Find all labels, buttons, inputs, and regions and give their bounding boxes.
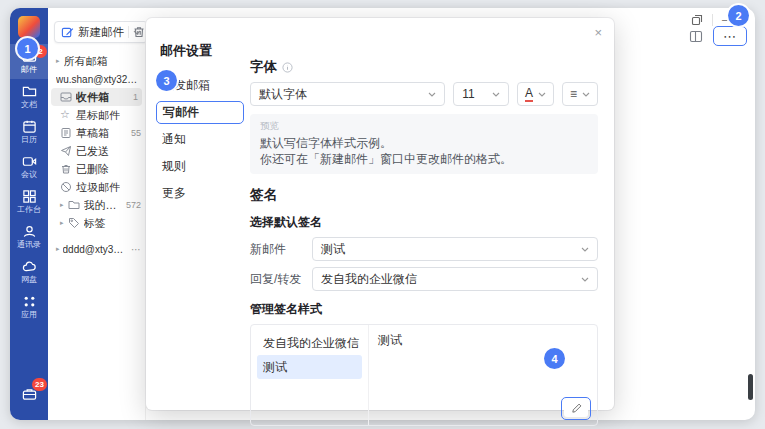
grid-icon	[22, 189, 37, 204]
account-primary[interactable]: wu.shan@xty321....	[48, 70, 145, 88]
signature-item[interactable]: 发自我的企业微信	[257, 331, 362, 355]
chevron-down-icon	[428, 92, 436, 97]
folder-spam[interactable]: 垃圾邮件	[48, 178, 145, 196]
rail-item-label: 通讯录	[17, 241, 41, 249]
folder-sent[interactable]: 已发送	[48, 142, 145, 160]
compose-icon	[61, 26, 74, 39]
list-format-button[interactable]: ≡	[562, 82, 598, 106]
settings-nav-more[interactable]: 更多	[156, 180, 244, 207]
settings-nav-rules[interactable]: 规则	[156, 153, 244, 180]
folder-tags[interactable]: ▸ 标签	[48, 214, 145, 232]
signature-manager: 发自我的企业微信 测试 测试	[250, 324, 598, 426]
chevron-down-icon	[492, 92, 500, 97]
settings-nav-notifications[interactable]: 通知	[156, 126, 244, 153]
font-preview-box: 预览 默认写信字体样式示例。 你还可在「新建邮件」窗口中更改邮件的格式。	[250, 114, 598, 174]
folder-label: 已删除	[76, 162, 109, 177]
modal-close-button[interactable]: ×	[594, 26, 602, 39]
font-family-select[interactable]: 默认字体	[250, 82, 445, 106]
person-icon	[22, 224, 37, 239]
folder-my-folders[interactable]: ▸ 我的文件夹 572	[48, 196, 145, 214]
font-controls: 默认字体 11 A ≡	[250, 82, 598, 106]
folder-inbox[interactable]: 收件箱 1	[51, 88, 142, 106]
rail-item-meeting[interactable]: 会议	[10, 149, 48, 184]
divider	[712, 14, 713, 26]
choose-default-signature-heading: 选择默认签名	[250, 214, 598, 231]
signature-list: 发自我的企业微信 测试	[251, 325, 369, 425]
font-color-button[interactable]: A	[517, 82, 554, 106]
layout-toolbar-button[interactable]	[689, 30, 703, 43]
new-mail-signature-value: 测试	[321, 241, 345, 258]
caret-icon: ▸	[56, 57, 60, 65]
folder-pane: ▸ 所有邮箱 wu.shan@xty321.... 收件箱 1 ☆ 星标邮件	[48, 52, 146, 420]
settings-nav-compose[interactable]: 写邮件	[156, 101, 244, 124]
folder-label: 垃圾邮件	[76, 180, 120, 195]
caret-icon: ▸	[56, 245, 60, 253]
left-rail: 2 邮件 文档 日历	[10, 8, 48, 420]
cloud-icon	[22, 259, 37, 274]
scrollbar-thumb[interactable]	[748, 374, 753, 400]
folder-label: 收件箱	[76, 90, 109, 105]
rail-item-workbench[interactable]: 工作台	[10, 184, 48, 219]
more-button-highlight: ⋯	[713, 26, 747, 46]
settings-content: 字体 默认字体 11 A	[250, 58, 598, 426]
chevron-down-icon	[538, 92, 546, 97]
preview-line: 你还可在「新建邮件」窗口中更改邮件的格式。	[260, 151, 588, 167]
font-section-heading: 字体	[250, 58, 598, 76]
edit-button-highlight	[561, 397, 591, 420]
rail-item-label: 工作台	[17, 206, 41, 214]
edit-signature-button[interactable]	[564, 400, 588, 417]
divider	[128, 26, 129, 38]
calendar-icon	[22, 119, 37, 134]
signature-section-heading: 签名	[250, 186, 598, 204]
folder-label: 已发送	[76, 144, 109, 159]
new-mail-signature-select[interactable]: 测试	[312, 237, 598, 261]
account-more-icon[interactable]: ⋯	[131, 244, 141, 255]
screen: 2 邮件 文档 日历	[0, 0, 765, 429]
caret-icon: ▸	[60, 219, 64, 227]
rail-item-drive[interactable]: 网盘	[10, 254, 48, 289]
signature-new-mail-row: 新邮件 测试	[250, 237, 598, 261]
trash-toolbar-button[interactable]	[132, 25, 146, 39]
restore-window-icon[interactable]	[691, 14, 703, 26]
document-icon	[60, 127, 72, 139]
rail-item-docs[interactable]: 文档	[10, 79, 48, 114]
signature-item-selected[interactable]: 测试	[257, 355, 362, 379]
folder-starred[interactable]: ☆ 星标邮件	[48, 106, 145, 124]
rail-item-label: 会议	[21, 171, 37, 179]
folder-deleted[interactable]: 已删除	[48, 160, 145, 178]
folder-drafts[interactable]: 草稿箱 55	[48, 124, 145, 142]
rail-item-calendar[interactable]: 日历	[10, 114, 48, 149]
avatar[interactable]	[18, 16, 40, 38]
account-label: dddd@xty321...	[63, 244, 128, 255]
layout-icon	[689, 30, 703, 43]
manage-signatures-heading: 管理签名样式	[250, 301, 598, 318]
compose-label: 新建邮件	[78, 25, 124, 40]
annotation-step-2: 2	[728, 5, 749, 26]
caret-icon: ▸	[60, 201, 64, 209]
annotation-step-3: 3	[156, 70, 177, 91]
more-button[interactable]: ⋯	[723, 30, 737, 43]
rail-item-label: 文档	[21, 101, 37, 109]
chevron-down-icon	[581, 247, 589, 252]
settings-nav: 收发邮箱 写邮件 通知 规则 更多	[156, 72, 244, 207]
folder-all-mailboxes[interactable]: ▸ 所有邮箱	[48, 52, 145, 70]
annotation-step-1: 1	[17, 38, 38, 59]
pencil-icon	[571, 403, 582, 414]
mail-settings-modal: × 邮件设置 收发邮箱 写邮件 通知 规则 更多 字体 默认字体	[146, 18, 614, 410]
font-size-select[interactable]: 11	[453, 82, 509, 106]
reply-signature-select[interactable]: 发自我的企业微信	[312, 267, 598, 291]
font-heading-label: 字体	[250, 58, 277, 76]
account-secondary[interactable]: ▸ dddd@xty321... ⋯	[48, 240, 145, 258]
rail-item-apps[interactable]: 应用	[10, 289, 48, 324]
rail-item-contacts[interactable]: 通讯录	[10, 219, 48, 254]
preview-line: 默认写信字体样式示例。	[260, 135, 588, 151]
modal-title: 邮件设置	[160, 42, 212, 60]
rail-item-workspace-bottom[interactable]: 23	[10, 377, 48, 412]
rail-item-label: 邮件	[21, 66, 37, 74]
folder-label: 星标邮件	[76, 108, 120, 123]
signature-reply-row: 回复/转发 发自我的企业微信	[250, 267, 598, 291]
font-family-value: 默认字体	[259, 86, 307, 103]
star-icon: ☆	[60, 109, 72, 121]
chevron-down-icon	[582, 92, 590, 97]
folder-count: 1	[133, 92, 138, 102]
